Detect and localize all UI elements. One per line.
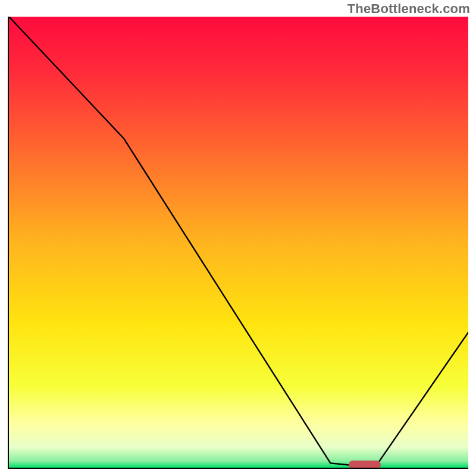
plot-area	[8, 17, 468, 469]
optimum-marker	[349, 461, 381, 469]
attribution-label: TheBottleneck.com	[347, 1, 470, 17]
chart-stage: TheBottleneck.com	[0, 0, 476, 476]
heat-gradient	[9, 17, 468, 468]
svg-rect-0	[9, 17, 468, 468]
